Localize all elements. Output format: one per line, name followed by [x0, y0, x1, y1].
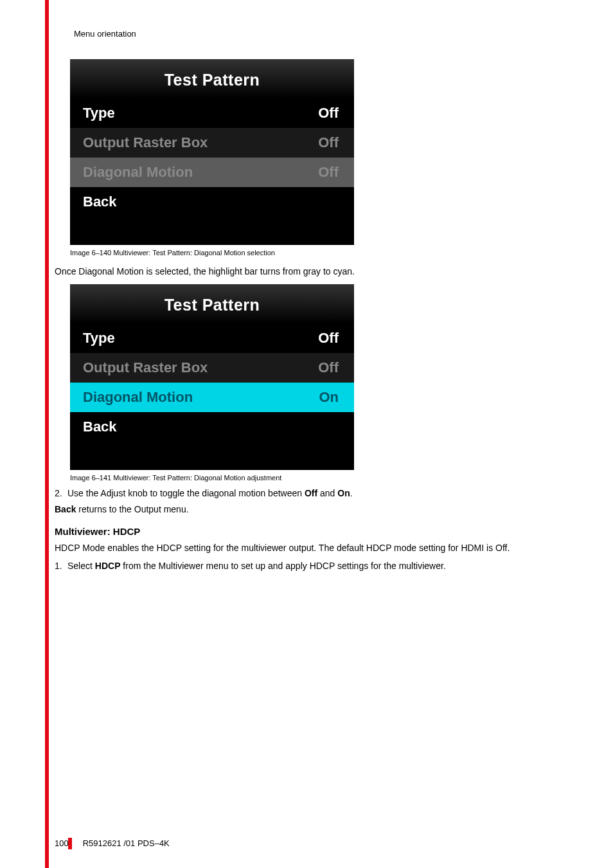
menu-row-label: Back	[83, 194, 117, 210]
step-2: 2. Use the Adjust knob to toggle the dia…	[55, 488, 569, 498]
bold-hdcp: HDCP	[95, 561, 121, 571]
menu-row-label: Diagonal Motion	[83, 164, 193, 181]
menu-row-label: Output Raster Box	[83, 134, 208, 151]
page-content: Menu orientation Test Pattern Type Off O…	[55, 29, 569, 571]
menu-row-output-raster-box[interactable]: Output Raster Box Off	[70, 353, 354, 383]
page-number: 100	[55, 838, 75, 848]
step-number: 2.	[55, 488, 67, 498]
step-text: Select HDCP from the Multiviewer menu to…	[67, 561, 446, 571]
menu-row-label: Diagonal Motion	[83, 389, 193, 406]
menu-row-label: Type	[83, 105, 115, 122]
doc-id: R5912621 /01 PDS–4K	[83, 838, 170, 848]
figure-caption-2: Image 6–141 Multiviewer: Test Pattern: D…	[70, 474, 569, 482]
text: from the Multiviewer menu to set up and …	[120, 561, 445, 571]
text: Use the Adjust knob to toggle the diagon…	[67, 488, 305, 498]
page-footer: 100 R5912621 /01 PDS–4K	[55, 838, 170, 848]
menu-row-label: Back	[83, 419, 117, 435]
menu-row-label: Output Raster Box	[83, 359, 208, 376]
bold-off: Off	[305, 488, 317, 498]
menu-row-back[interactable]: Back	[70, 412, 354, 442]
figure-caption-1: Image 6–140 Multiviewer: Test Pattern: D…	[70, 249, 569, 257]
menu-test-pattern-1: Test Pattern Type Off Output Raster Box …	[70, 59, 354, 245]
menu-row-type[interactable]: Type Off	[70, 98, 354, 128]
menu-row-diagonal-motion-selected[interactable]: Diagonal Motion Off	[70, 158, 354, 187]
paragraph: Once Diagonal Motion is selected, the hi…	[55, 266, 569, 278]
menu-row-value: Off	[318, 134, 339, 151]
menu-row-value: Off	[318, 359, 339, 376]
subheading-hdcp: Multiviewer: HDCP	[55, 526, 569, 537]
text: returns to the Output menu.	[76, 504, 188, 514]
paragraph-hdcp: HDCP Mode enables the HDCP setting for t…	[55, 542, 569, 554]
paragraph-back: Back returns to the Output menu.	[55, 503, 569, 516]
menu-row-type[interactable]: Type Off	[70, 323, 354, 353]
text: and	[317, 488, 337, 498]
menu-row-output-raster-box[interactable]: Output Raster Box Off	[70, 128, 354, 158]
menu-row-diagonal-motion-active[interactable]: Diagonal Motion On	[70, 383, 354, 412]
menu-row-label: Type	[83, 330, 115, 347]
menu-row-value: Off	[318, 164, 339, 181]
menu-test-pattern-2: Test Pattern Type Off Output Raster Box …	[70, 284, 354, 470]
menu-row-value: Off	[318, 105, 339, 122]
step-text: Use the Adjust knob to toggle the diagon…	[67, 488, 353, 498]
menu-spacer	[70, 442, 354, 470]
menu-row-value: On	[319, 389, 339, 406]
menu-title: Test Pattern	[70, 284, 354, 323]
left-margin-bar	[45, 0, 49, 868]
menu-spacer	[70, 217, 354, 245]
menu-row-back[interactable]: Back	[70, 187, 354, 217]
bold-back: Back	[55, 504, 76, 514]
menu-title: Test Pattern	[70, 59, 354, 98]
bold-on: On	[337, 488, 350, 498]
menu-row-value: Off	[318, 330, 339, 347]
step-number: 1.	[55, 561, 67, 571]
text: Select	[67, 561, 95, 571]
step-1-hdcp: 1. Select HDCP from the Multiviewer menu…	[55, 561, 569, 571]
text: .	[350, 488, 353, 498]
breadcrumb: Menu orientation	[74, 29, 569, 39]
